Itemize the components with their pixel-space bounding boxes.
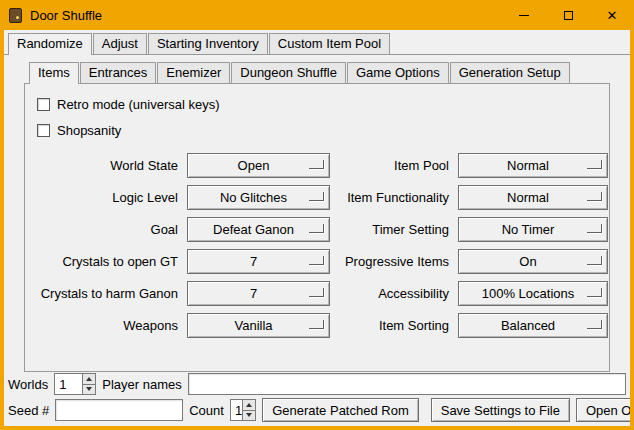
dropdown-indicator-icon (587, 288, 602, 297)
main-tab-bar: Randomize Adjust Starting Inventory Cust… (4, 30, 630, 55)
shopsanity-checkbox[interactable]: Shopsanity (37, 122, 609, 138)
tab-starting-inventory[interactable]: Starting Inventory (148, 33, 268, 54)
accessibility-label: Accessibility (337, 286, 451, 301)
worlds-row: Worlds 1 Player names (8, 372, 626, 396)
seed-row: Seed # Count 1 Generate Patched Rom Save… (8, 398, 626, 422)
crystals-harm-ganon-label: Crystals to harm Ganon (29, 286, 180, 301)
dropdown-value: No Glitches (220, 190, 297, 205)
count-value: 1 (231, 400, 242, 420)
worlds-value: 1 (55, 374, 82, 394)
dropdown-indicator-icon (587, 320, 602, 329)
dropdown-value: Normal (507, 158, 559, 173)
logic-level-dropdown[interactable]: No Glitches (187, 185, 330, 210)
window-controls: ✕ (502, 0, 634, 30)
tab-enemizer[interactable]: Enemizer (157, 62, 230, 83)
dropdown-value: No Timer (502, 222, 565, 237)
progressive-items-label: Progressive Items (337, 254, 451, 269)
item-functionality-label: Item Functionality (337, 190, 451, 205)
titlebar: Door Shuffle ✕ (0, 0, 634, 30)
spin-up-button[interactable] (83, 374, 95, 384)
worlds-spinbox[interactable]: 1 (54, 373, 96, 395)
arrow-up-icon (86, 377, 92, 381)
open-output-directory-button[interactable]: Open Output Directory (576, 398, 630, 422)
dropdown-value: Balanced (501, 318, 565, 333)
accessibility-dropdown[interactable]: 100% Locations (458, 281, 608, 306)
dropdown-value: Vanilla (234, 318, 282, 333)
goal-label: Goal (29, 222, 180, 237)
spin-arrows (82, 374, 95, 394)
dropdown-value: On (519, 254, 546, 269)
weapons-dropdown[interactable]: Vanilla (187, 313, 330, 338)
retro-mode-label: Retro mode (universal keys) (57, 97, 220, 112)
seed-label: Seed # (8, 403, 49, 418)
dropdown-indicator-icon (309, 192, 324, 201)
client-area: Randomize Adjust Starting Inventory Cust… (4, 30, 630, 426)
options-grid: World State Open Item Pool Normal Logic … (29, 153, 603, 338)
dropdown-value: 7 (250, 286, 267, 301)
checkbox-unchecked-icon[interactable] (37, 124, 50, 137)
player-names-label: Player names (102, 377, 181, 392)
item-sorting-label: Item Sorting (337, 318, 451, 333)
dropdown-value: Open (238, 158, 280, 173)
logic-level-label: Logic Level (29, 190, 180, 205)
world-state-label: World State (29, 158, 180, 173)
world-state-dropdown[interactable]: Open (187, 153, 330, 178)
spin-down-button[interactable] (243, 410, 255, 421)
crystals-open-gt-dropdown[interactable]: 7 (187, 249, 330, 274)
count-spinbox[interactable]: 1 (230, 399, 256, 421)
dropdown-indicator-icon (309, 224, 324, 233)
window-title: Door Shuffle (30, 8, 102, 23)
dropdown-value: 7 (250, 254, 267, 269)
dropdown-indicator-icon (587, 160, 602, 169)
spin-down-button[interactable] (83, 384, 95, 395)
timer-setting-label: Timer Setting (337, 222, 451, 237)
arrow-down-icon (86, 387, 92, 391)
retro-mode-checkbox[interactable]: Retro mode (universal keys) (37, 96, 609, 112)
seed-input[interactable] (55, 399, 183, 421)
shopsanity-label: Shopsanity (57, 123, 121, 138)
maximize-button[interactable] (546, 0, 590, 30)
dropdown-indicator-icon (587, 192, 602, 201)
spin-up-button[interactable] (243, 400, 255, 410)
tab-game-options[interactable]: Game Options (347, 62, 449, 83)
dropdown-value: 100% Locations (482, 286, 585, 301)
dropdown-indicator-icon (587, 224, 602, 233)
close-icon: ✕ (607, 9, 618, 22)
count-label: Count (189, 403, 224, 418)
timer-setting-dropdown[interactable]: No Timer (458, 217, 608, 242)
dropdown-indicator-icon (309, 256, 324, 265)
minimize-button[interactable] (502, 0, 546, 30)
save-settings-button[interactable]: Save Settings to File (431, 398, 570, 422)
item-sorting-dropdown[interactable]: Balanced (458, 313, 608, 338)
tab-custom-item-pool[interactable]: Custom Item Pool (269, 33, 390, 54)
generate-patched-rom-button[interactable]: Generate Patched Rom (262, 398, 419, 422)
minimize-icon (519, 15, 529, 16)
close-button[interactable]: ✕ (590, 0, 634, 30)
item-pool-label: Item Pool (337, 158, 451, 173)
tab-dungeon-shuffle[interactable]: Dungeon Shuffle (231, 62, 346, 83)
item-functionality-dropdown[interactable]: Normal (458, 185, 608, 210)
checkbox-unchecked-icon[interactable] (37, 98, 50, 111)
crystals-harm-ganon-dropdown[interactable]: 7 (187, 281, 330, 306)
goal-dropdown[interactable]: Defeat Ganon (187, 217, 330, 242)
dropdown-indicator-icon (309, 288, 324, 297)
worlds-label: Worlds (8, 377, 48, 392)
dropdown-indicator-icon (587, 256, 602, 265)
weapons-label: Weapons (29, 318, 180, 333)
tab-entrances[interactable]: Entrances (80, 62, 157, 83)
spin-arrows (242, 400, 255, 420)
bottom-bar: Worlds 1 Player names Seed # Count 1 (4, 372, 630, 426)
tab-items[interactable]: Items (29, 62, 79, 84)
item-pool-dropdown[interactable]: Normal (458, 153, 608, 178)
tab-randomize[interactable]: Randomize (8, 33, 92, 55)
progressive-items-dropdown[interactable]: On (458, 249, 608, 274)
sub-tab-bar: Items Entrances Enemizer Dungeon Shuffle… (24, 61, 610, 84)
items-pane: Retro mode (universal keys) Shopsanity W… (24, 84, 610, 372)
tab-adjust[interactable]: Adjust (93, 33, 147, 54)
maximize-icon (564, 11, 573, 20)
arrow-down-icon (246, 413, 252, 417)
player-names-input[interactable] (188, 373, 626, 395)
tab-generation-setup[interactable]: Generation Setup (450, 62, 570, 83)
dropdown-indicator-icon (309, 320, 324, 329)
dropdown-value: Defeat Ganon (213, 222, 304, 237)
